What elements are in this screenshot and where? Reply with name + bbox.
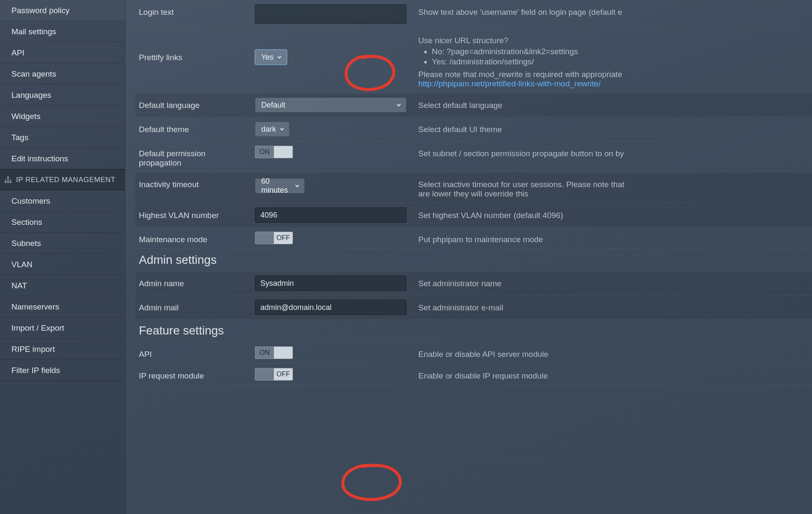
annotation-circle-api	[334, 461, 411, 504]
sidebar-item-api[interactable]: API	[0, 42, 125, 64]
desc-default-theme: Select default UI theme	[412, 117, 812, 141]
sidebar-item-label: NAT	[11, 281, 27, 290]
label-default-theme: Default theme	[135, 117, 251, 141]
sidebar-section-ip-management: IP RELATED MANAGEMENT	[0, 169, 125, 191]
desc-maintenance: Put phpipam to maintenance mode	[412, 227, 812, 249]
toggle-label: ON	[255, 347, 274, 359]
input-highest-vlan[interactable]	[255, 207, 406, 223]
sidebar-item-subnets[interactable]: Subnets	[0, 233, 125, 254]
sidebar: Password policy Mail settings API Scan a…	[0, 0, 125, 514]
label-admin-mail: Admin mail	[135, 296, 251, 320]
sidebar-item-label: Languages	[11, 91, 51, 100]
label-highest-vlan: Highest VLAN number	[135, 203, 251, 227]
sidebar-item-label: Customers	[11, 196, 50, 206]
section-title-features: Feature settings	[135, 320, 812, 342]
svg-rect-0	[7, 177, 9, 178]
desc-highest-vlan: Set highest VLAN number (default 4096)	[412, 203, 812, 227]
svg-rect-2	[7, 181, 9, 183]
input-admin-name[interactable]	[255, 276, 406, 291]
sidebar-item-scan-agents[interactable]: Scan agents	[0, 64, 125, 85]
sidebar-item-label: Nameservers	[11, 302, 59, 312]
settings-panel: Login text Show text above 'username' fi…	[125, 0, 812, 385]
label-api: API	[135, 342, 251, 364]
sidebar-item-sections[interactable]: Sections	[0, 212, 125, 233]
desc-ip-request: Enable or disable IP request module	[412, 364, 812, 385]
label-default-language: Default language	[135, 93, 251, 117]
sidebar-item-nat[interactable]: NAT	[0, 275, 125, 296]
desc-login-text: Show text above 'username' field on logi…	[412, 0, 812, 28]
sidebar-item-edit-instructions[interactable]: Edit instructions	[0, 148, 125, 169]
label-ip-request: IP request module	[135, 364, 251, 385]
select-value: dark	[261, 125, 276, 134]
sidebar-item-ripe-import[interactable]: RIPE import	[0, 339, 125, 360]
sidebar-item-label: RIPE import	[11, 345, 55, 354]
toggle-ip-request[interactable]: OFF	[255, 368, 293, 381]
sidebar-section-label: IP RELATED MANAGEMENT	[16, 176, 116, 184]
chevron-down-icon	[396, 102, 402, 108]
sidebar-item-languages[interactable]: Languages	[0, 85, 125, 106]
svg-rect-1	[5, 181, 6, 183]
desc-inactivity: Select inactive timeout for user session…	[412, 172, 812, 203]
svg-rect-3	[10, 181, 11, 183]
toggle-label: ON	[255, 146, 274, 158]
sidebar-item-nameservers[interactable]: Nameservers	[0, 296, 125, 318]
sidebar-item-customers[interactable]: Customers	[0, 191, 125, 212]
toggle-api[interactable]: ON	[255, 346, 293, 359]
sidebar-item-label: Sections	[11, 218, 42, 227]
sidebar-item-label: Import / Export	[11, 323, 64, 333]
label-login-text: Login text	[135, 0, 251, 28]
select-value: Yes	[261, 53, 273, 62]
label-admin-name: Admin name	[135, 271, 251, 296]
desc-admin-name: Set administrator name	[412, 271, 812, 296]
sidebar-item-label: Subnets	[11, 239, 41, 248]
chevron-down-icon	[294, 183, 300, 189]
sidebar-item-password-policy[interactable]: Password policy	[0, 0, 125, 21]
sidebar-item-tags[interactable]: Tags	[0, 127, 125, 148]
desc-perm-propagation: Set subnet / section permission propagat…	[412, 141, 812, 172]
toggle-knob	[255, 368, 274, 380]
sidebar-item-label: VLAN	[11, 260, 33, 269]
sidebar-item-filter-ip-fields[interactable]: Filter IP fields	[0, 360, 125, 381]
desc-api: Enable or disable API server module	[412, 342, 812, 364]
sidebar-item-label: Mail settings	[11, 27, 56, 36]
label-maintenance: Maintenance mode	[135, 227, 251, 249]
toggle-label: OFF	[274, 232, 293, 244]
chevron-down-icon	[279, 126, 285, 132]
link-prettify-docs[interactable]: http://phpipam.net/prettified-links-with…	[418, 79, 601, 88]
sitemap-icon	[4, 176, 12, 184]
sidebar-item-label: Widgets	[11, 112, 41, 121]
label-perm-propagation: Default permission propagation	[135, 141, 251, 172]
desc-admin-mail: Set administrator e-mail	[412, 296, 812, 320]
select-prettify-links[interactable]: Yes	[255, 50, 287, 65]
toggle-label: OFF	[274, 368, 293, 380]
select-value: Default	[261, 101, 285, 110]
section-title-admin: Admin settings	[135, 249, 812, 271]
select-default-language[interactable]: Default	[255, 97, 406, 113]
select-value: 60 minutes	[261, 177, 294, 195]
sidebar-item-label: API	[11, 48, 25, 58]
select-default-theme[interactable]: dark	[255, 122, 290, 137]
label-prettify-links: Prettify links	[135, 28, 251, 93]
sidebar-item-label: Scan agents	[11, 69, 56, 79]
input-login-text[interactable]	[255, 4, 406, 24]
sidebar-item-label: Tags	[11, 133, 28, 142]
desc-prettify-links: Use nicer URL structure? No: ?page=admin…	[412, 28, 812, 93]
desc-default-language: Select default language	[412, 93, 812, 117]
toggle-knob	[255, 232, 274, 244]
sidebar-item-import-export[interactable]: Import / Export	[0, 318, 125, 339]
toggle-perm-propagation[interactable]: ON	[255, 146, 293, 158]
toggle-maintenance[interactable]: OFF	[255, 232, 293, 244]
select-inactivity[interactable]: 60 minutes	[255, 178, 305, 193]
label-inactivity: Inactivity timeout	[135, 172, 251, 203]
chevron-down-icon	[276, 54, 282, 60]
sidebar-item-widgets[interactable]: Widgets	[0, 106, 125, 127]
sidebar-item-mail-settings[interactable]: Mail settings	[0, 21, 125, 42]
sidebar-item-label: Password policy	[11, 6, 69, 15]
sidebar-item-label: Edit instructions	[11, 154, 68, 163]
sidebar-item-label: Filter IP fields	[11, 366, 60, 375]
input-admin-mail[interactable]	[255, 300, 406, 315]
sidebar-item-vlan[interactable]: VLAN	[0, 254, 125, 275]
